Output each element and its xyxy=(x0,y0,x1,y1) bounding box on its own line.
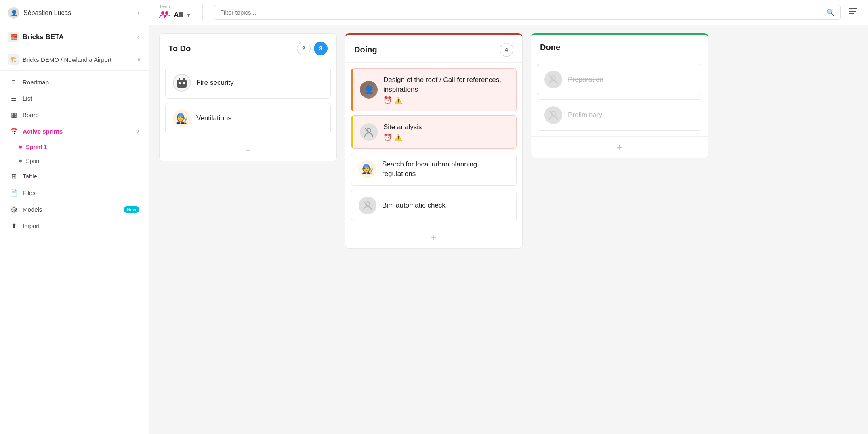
search-icon: 🔍 xyxy=(826,8,834,16)
hash-icon: # xyxy=(19,143,22,150)
card-site-analysis[interactable]: Site analysis ⏰ ⚠️ xyxy=(351,115,517,149)
doing-add-button[interactable]: + xyxy=(345,227,522,248)
files-icon: 📄 xyxy=(10,189,18,197)
sidebar-user-header: 👤 Sébastien Lucas ‹ xyxy=(0,0,149,26)
card-design-roof[interactable]: 👤 Design of the roof / Call for referenc… xyxy=(351,68,517,111)
app-section: 🧱 Bricks BETA ‹ xyxy=(0,26,149,48)
todo-count-group: 2 3 xyxy=(297,42,328,55)
card-content-preparation: Preparation xyxy=(568,75,695,84)
sidebar-item-active-sprints[interactable]: 📅 Active sprints ∨ xyxy=(0,123,149,140)
project-selector[interactable]: 🏗️ Bricks DEMO / Newlandia Airport ∨ xyxy=(0,48,149,71)
todo-add-button[interactable]: + xyxy=(160,140,336,161)
sidebar-item-label: Roadmap xyxy=(23,79,49,86)
sidebar-navigation: ≡ Roadmap ☰ List ▦ Board 📅 Active sprint… xyxy=(0,71,149,237)
active-sprints-icon: 📅 xyxy=(10,128,18,135)
sidebar-collapse-button[interactable]: ‹ xyxy=(136,8,141,18)
card-preparation[interactable]: Preparation xyxy=(537,64,702,95)
card-avatar-bim-check xyxy=(359,197,376,214)
sidebar-item-label: Board xyxy=(23,111,39,118)
import-icon: ⬆ xyxy=(10,222,18,230)
column-done-header: Done xyxy=(531,35,708,58)
topbar-divider xyxy=(202,4,203,21)
roadmap-icon: ≡ xyxy=(10,78,18,86)
card-bim-check[interactable]: Bim automatic check xyxy=(351,190,517,221)
card-content-fire-security: Fire security xyxy=(196,78,323,88)
card-avatar-search-urban: 🧑‍🔧 xyxy=(359,160,376,178)
card-content-design-roof: Design of the roof / Call for references… xyxy=(383,75,509,105)
sidebar-item-label: Import xyxy=(23,222,40,229)
card-title-design-roof: Design of the roof / Call for references… xyxy=(383,75,509,94)
alert-red-icon: ⏰ xyxy=(383,133,392,142)
card-content-bim-check: Bim automatic check xyxy=(382,201,509,210)
card-title-site-analysis: Site analysis xyxy=(383,122,509,132)
user-profile[interactable]: 👤 Sébastien Lucas xyxy=(8,7,71,19)
sidebar-item-list[interactable]: ☰ List xyxy=(0,90,149,107)
column-doing-title: Doing xyxy=(354,45,377,55)
card-title-ventilations: Ventilations xyxy=(196,113,323,123)
sidebar-item-import[interactable]: ⬆ Import xyxy=(0,218,149,234)
doing-count-badge: 4 xyxy=(500,43,513,57)
sidebar-item-files[interactable]: 📄 Files xyxy=(0,185,149,201)
column-doing: Doing 4 👤 Design of the roof / Call for … xyxy=(345,33,523,249)
app-icon: 🧱 xyxy=(8,32,19,42)
sidebar-item-models[interactable]: 🎲 Models New xyxy=(0,201,149,218)
hash-icon: # xyxy=(19,157,22,164)
column-done: Done Preparation xyxy=(531,33,708,158)
sidebar-item-roadmap[interactable]: ≡ Roadmap xyxy=(0,74,149,90)
card-fire-security[interactable]: Fire security xyxy=(165,67,331,99)
svg-point-0 xyxy=(161,11,164,15)
sidebar-item-label: Sprint 1 xyxy=(26,144,47,150)
sidebar: 👤 Sébastien Lucas ‹ 🧱 Bricks BETA ‹ 🏗️ B… xyxy=(0,0,149,434)
column-todo-header: To Do 2 3 xyxy=(160,34,336,61)
svg-rect-5 xyxy=(177,80,187,88)
card-avatar-preliminary xyxy=(544,106,562,124)
card-content-site-analysis: Site analysis ⏰ ⚠️ xyxy=(383,122,509,142)
svg-rect-9 xyxy=(183,82,185,84)
sidebar-item-label: Models xyxy=(23,206,42,213)
column-doing-header: Doing 4 xyxy=(345,35,522,63)
sidebar-item-sprint-1[interactable]: # Sprint 1 xyxy=(0,140,149,154)
sidebar-item-label: Files xyxy=(23,189,36,196)
card-indicators-site-analysis: ⏰ ⚠️ xyxy=(383,133,509,142)
alert-yellow-icon: ⚠️ xyxy=(394,134,402,141)
team-select-button[interactable]: All ▼ xyxy=(159,10,191,21)
project-expand-icon: ∨ xyxy=(137,56,141,63)
sidebar-item-label: Active sprints xyxy=(23,128,63,135)
card-avatar-design-roof: 👤 xyxy=(360,81,378,99)
svg-point-1 xyxy=(165,11,168,15)
sidebar-item-board[interactable]: ▦ Board xyxy=(0,107,149,123)
app-name-row[interactable]: 🧱 Bricks BETA ‹ xyxy=(8,32,141,42)
card-title-bim-check: Bim automatic check xyxy=(382,201,509,210)
card-avatar-site-analysis xyxy=(360,123,378,141)
svg-line-13 xyxy=(365,128,373,136)
svg-rect-11 xyxy=(183,86,184,88)
card-ventilations[interactable]: 🧑‍🔧 Ventilations xyxy=(165,103,331,134)
doing-column-body: 👤 Design of the roof / Call for referenc… xyxy=(345,63,522,227)
team-label: Team xyxy=(159,4,191,9)
done-add-button[interactable]: + xyxy=(531,136,708,158)
user-name: Sébastien Lucas xyxy=(23,9,71,17)
card-content-preliminary: Preliminary xyxy=(568,110,695,120)
new-badge: New xyxy=(124,206,139,213)
filter-bar[interactable]: 🔍 xyxy=(214,5,841,20)
table-icon: ⊞ xyxy=(10,172,18,180)
team-icon xyxy=(159,10,170,21)
card-avatar-ventilations: 🧑‍🔧 xyxy=(173,109,191,127)
topbar-actions xyxy=(849,7,858,17)
filter-input[interactable] xyxy=(220,9,823,16)
card-search-urban[interactable]: 🧑‍🔧 Search for local urban planning regu… xyxy=(351,153,517,186)
card-content-ventilations: Ventilations xyxy=(196,113,323,123)
todo-column-body: Fire security 🧑‍🔧 Ventilations xyxy=(160,61,336,140)
sidebar-item-sprint[interactable]: # Sprint xyxy=(0,154,149,168)
svg-line-17 xyxy=(549,75,557,84)
sidebar-item-table[interactable]: ⊞ Table xyxy=(0,168,149,185)
sort-button[interactable] xyxy=(849,7,858,17)
card-title-fire-security: Fire security xyxy=(196,78,323,88)
user-avatar-icon: 👤 xyxy=(8,7,19,19)
topbar: Team All ▼ 🔍 xyxy=(149,0,868,25)
card-preliminary[interactable]: Preliminary xyxy=(537,99,702,131)
done-column-body: Preparation Preliminary xyxy=(531,58,708,136)
team-selector: Team All ▼ xyxy=(159,4,191,21)
project-icon: 🏗️ xyxy=(8,54,19,65)
app-collapse-button[interactable]: ‹ xyxy=(136,32,141,42)
